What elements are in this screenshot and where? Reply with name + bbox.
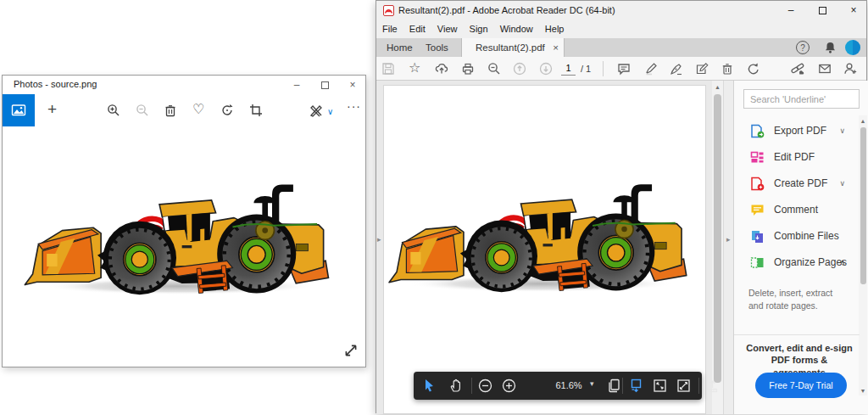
create-pdf-icon — [750, 177, 765, 191]
panel-divider — [734, 334, 860, 335]
find-icon[interactable] — [487, 62, 501, 76]
panel-scrollbar[interactable]: ▲ ▼ — [859, 115, 867, 395]
help-icon[interactable]: ? — [796, 41, 810, 54]
see-all-photos-button[interactable] — [3, 94, 35, 126]
menu-file[interactable]: File — [382, 24, 398, 34]
tool-edit-pdf[interactable]: Edit PDF — [734, 144, 857, 170]
fill-sign-icon[interactable] — [695, 62, 709, 76]
save-icon[interactable] — [381, 62, 395, 76]
minimize-button[interactable]: – — [778, 1, 804, 20]
highlight-icon[interactable] — [644, 62, 658, 76]
crop-icon[interactable] — [249, 104, 263, 117]
print-icon[interactable] — [461, 62, 475, 76]
invite-person-icon[interactable] — [843, 62, 857, 76]
scrollbar-thumb[interactable] — [714, 94, 721, 383]
more-options-button[interactable]: ··· — [347, 97, 361, 115]
hand-tool-icon[interactable] — [449, 379, 464, 393]
fit-page-icon[interactable] — [653, 379, 667, 393]
wheel-loader-image — [386, 162, 689, 297]
add-button[interactable]: + — [47, 100, 57, 119]
chevron-down-icon[interactable]: ∨ — [839, 126, 845, 135]
scroll-up-icon[interactable]: ▲ — [859, 115, 867, 124]
zoom-caret-icon[interactable]: ▾ — [590, 379, 594, 388]
minimize-button[interactable]: – — [284, 76, 309, 94]
sign-pen-icon[interactable] — [670, 62, 683, 76]
favorite-icon[interactable]: ♡ — [192, 100, 204, 119]
tools-panel: Export PDF ∨ Edit PDF Create PDF ∨ — [733, 81, 868, 414]
previous-page-icon[interactable] — [513, 62, 526, 76]
tool-label: Combine Files — [774, 230, 839, 242]
toolbar-divider — [603, 61, 604, 76]
fit-width-icon[interactable] — [676, 379, 691, 393]
fullscreen-toggle-icon[interactable] — [343, 343, 359, 358]
chevron-down-icon[interactable]: ∨ — [839, 179, 845, 188]
next-page-icon[interactable] — [539, 62, 553, 76]
edit-chevron-icon[interactable]: ∨ — [327, 103, 333, 121]
menu-view[interactable]: View — [437, 24, 458, 34]
favorites-star-icon[interactable]: ☆ — [409, 59, 420, 76]
close-button[interactable]: × — [340, 76, 365, 94]
toolbar-divider — [698, 378, 699, 394]
tool-organize-pages[interactable]: Organize Pages ∧ — [734, 250, 857, 275]
zoom-out-icon[interactable] — [136, 104, 149, 117]
account-avatar[interactable] — [845, 40, 860, 55]
menu-window[interactable]: Window — [500, 24, 533, 34]
maximize-button[interactable] — [312, 76, 337, 94]
notifications-bell-icon[interactable] — [824, 41, 837, 54]
zoom-in-button[interactable] — [502, 379, 516, 393]
tool-label: Edit PDF — [774, 151, 815, 163]
maximize-button[interactable] — [810, 1, 835, 20]
tool-create-pdf[interactable]: Create PDF ∨ — [734, 171, 857, 196]
zoom-out-button[interactable] — [478, 379, 492, 393]
menu-edit[interactable]: Edit — [409, 24, 426, 34]
menu-sign[interactable]: Sign — [470, 24, 488, 34]
scrollbar-thumb[interactable] — [860, 127, 866, 284]
maximize-icon — [321, 81, 329, 89]
edit-create-icon[interactable] — [309, 104, 323, 117]
menu-bar: File Edit View Sign Window Help — [376, 21, 866, 38]
scroll-up-icon[interactable]: ▲ — [712, 81, 723, 90]
tool-comment[interactable]: Comment — [734, 197, 857, 222]
read-mode-icon[interactable] — [705, 379, 720, 393]
comment-icon[interactable] — [617, 62, 631, 76]
rotate-icon[interactable] — [220, 104, 234, 117]
zoom-in-icon[interactable] — [107, 104, 120, 117]
chevron-up-icon[interactable]: ∧ — [839, 258, 845, 266]
tab-close-icon[interactable]: × — [553, 42, 559, 53]
zoom-level-value[interactable]: 61.6% — [549, 380, 588, 390]
tab-tools[interactable]: Tools — [426, 42, 448, 53]
tools-search-input[interactable] — [743, 89, 860, 109]
page-controls-toolbar: 61.6% ▾ — [414, 372, 702, 400]
document-scrollbar[interactable]: ▲ — [712, 81, 723, 414]
scrolling-mode-icon[interactable] — [629, 379, 643, 393]
delete-icon[interactable] — [721, 62, 734, 76]
free-trial-button[interactable]: Free 7-Day Trial — [755, 373, 847, 398]
tools-pane-toggle-icon[interactable]: ▸ — [726, 235, 731, 244]
photos-titlebar: Photos - source.png – × — [3, 76, 365, 94]
tools-panel-strip: ▸ — [723, 81, 733, 414]
export-pdf-icon — [750, 124, 765, 138]
delete-icon[interactable] — [164, 104, 177, 117]
close-button[interactable]: × — [841, 1, 866, 20]
select-tool-icon[interactable] — [422, 379, 437, 393]
rotate-pages-icon[interactable] — [746, 62, 760, 76]
link-share-icon[interactable] — [791, 62, 804, 76]
tab-home[interactable]: Home — [387, 42, 413, 53]
nav-pane-toggle-icon[interactable]: ▸ — [377, 235, 381, 244]
acrobat-window: Resultant(2).pdf - Adobe Acrobat Reader … — [376, 0, 867, 413]
acrobat-titlebar: Resultant(2).pdf - Adobe Acrobat Reader … — [376, 1, 866, 21]
pdf-page — [383, 85, 706, 414]
email-icon[interactable] — [818, 62, 832, 76]
picture-icon — [11, 103, 26, 118]
combine-files-icon — [750, 229, 765, 244]
page-thumbnails-icon[interactable] — [607, 379, 621, 393]
tool-combine-files[interactable]: Combine Files — [734, 223, 857, 249]
organize-pages-description: Delete, insert, extract and rotate pages… — [748, 287, 849, 312]
menu-help[interactable]: Help — [545, 24, 565, 34]
tab-document[interactable]: Resultant(2).pdf × — [461, 38, 565, 57]
page-number-input[interactable] — [561, 61, 576, 76]
share-upload-icon[interactable] — [435, 62, 448, 76]
photos-toolbar: + ♡ — [3, 94, 365, 126]
tool-export-pdf[interactable]: Export PDF ∨ — [734, 118, 857, 143]
scroll-down-icon[interactable]: ▼ — [859, 388, 867, 394]
